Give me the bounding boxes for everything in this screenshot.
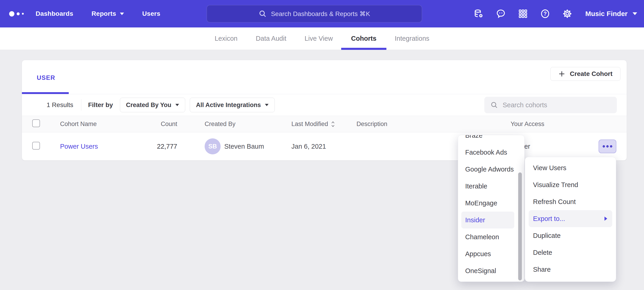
- active-tab-underline: [22, 92, 69, 94]
- row-actions-menu: View Users Visualize Trend Refresh Count…: [525, 157, 616, 282]
- avatar: SB: [204, 138, 220, 154]
- action-visualize-trend[interactable]: Visualize Trend: [525, 176, 616, 193]
- tab-user-cohorts[interactable]: USER: [37, 74, 55, 81]
- logo-dot-large: [9, 11, 14, 17]
- export-option-chameleon[interactable]: Chameleon: [458, 228, 524, 245]
- col-description: Description: [356, 120, 511, 128]
- results-count: 1 Results: [46, 101, 73, 109]
- created-by-filter-dropdown[interactable]: Created By You: [120, 98, 186, 112]
- action-delete[interactable]: Delete: [525, 244, 616, 261]
- export-option-insider[interactable]: Insider: [461, 212, 514, 228]
- project-name: Music Finder: [585, 10, 628, 18]
- filter-by-label: Filter by: [88, 101, 113, 109]
- nav-reports-label: Reports: [92, 10, 116, 17]
- users-subnav: Lexicon Data Audit Live View Cohorts Int…: [0, 28, 644, 50]
- search-icon: [490, 101, 498, 109]
- settings-gear-icon[interactable]: [562, 9, 572, 19]
- action-export-to[interactable]: Export to...: [529, 210, 612, 227]
- cohort-count: 22,777: [136, 143, 177, 150]
- submenu-arrow-icon: [604, 217, 607, 221]
- tab-live-view[interactable]: Live View: [304, 28, 334, 50]
- top-nav: Dashboards Reports Users Search Dashboar…: [0, 0, 644, 28]
- cohort-search-box[interactable]: [484, 97, 617, 113]
- logo-dot-small: [22, 13, 24, 15]
- export-option-moengage[interactable]: MoEngage: [458, 195, 524, 212]
- col-cohort-name: Cohort Name: [60, 120, 136, 128]
- export-option-onesignal[interactable]: OneSignal: [458, 262, 524, 279]
- action-share[interactable]: Share: [525, 261, 616, 278]
- col-last-modified[interactable]: Last Modified: [292, 120, 356, 128]
- cohorts-panel: USER Create Cohort 1 Results Filter by C…: [22, 60, 627, 161]
- dot-icon: [606, 145, 608, 148]
- row-actions-button[interactable]: [598, 139, 616, 153]
- project-switcher[interactable]: Music Finder: [585, 10, 637, 18]
- create-cohort-label: Create Cohort: [570, 70, 612, 78]
- chevron-down-icon: [176, 104, 179, 106]
- row-checkbox[interactable]: [32, 142, 40, 150]
- col-last-modified-label: Last Modified: [292, 120, 328, 128]
- created-by-cell: SB Steven Baum: [204, 138, 292, 154]
- global-search-placeholder: Search Dashboards & Reports ⌘K: [271, 10, 370, 18]
- sort-icon: [330, 121, 336, 128]
- create-cohort-button[interactable]: Create Cohort: [550, 67, 620, 81]
- feedback-icon[interactable]: [496, 9, 506, 19]
- col-your-access: Your Access: [511, 120, 598, 128]
- action-export-to-label: Export to...: [533, 215, 565, 223]
- divider: [81, 99, 81, 111]
- nav-users[interactable]: Users: [142, 10, 160, 17]
- export-option-facebook-ads[interactable]: Facebook Ads: [458, 144, 524, 161]
- export-option-google-adwords[interactable]: Google Adwords: [458, 161, 524, 178]
- dot-icon: [603, 145, 605, 148]
- table-row: Power Users 22,777 SB Steven Baum Jan 6,…: [22, 132, 627, 160]
- action-view-users[interactable]: View Users: [525, 160, 616, 176]
- nav-reports[interactable]: Reports: [92, 10, 124, 17]
- tab-integrations[interactable]: Integrations: [394, 28, 430, 50]
- action-duplicate[interactable]: Duplicate: [525, 227, 616, 244]
- cohort-search-input[interactable]: [503, 101, 608, 109]
- select-all-checkbox[interactable]: [32, 119, 40, 127]
- integrations-filter-dropdown[interactable]: All Active Integrations: [190, 98, 275, 112]
- export-option-appcues[interactable]: Appcues: [458, 245, 524, 262]
- action-refresh-count[interactable]: Refresh Count: [525, 193, 616, 210]
- filter-bar: 1 Results Filter by Created By You All A…: [22, 94, 627, 116]
- tab-lexicon[interactable]: Lexicon: [214, 28, 238, 50]
- chevron-down-icon: [120, 13, 124, 15]
- created-by-filter-value: Created By You: [126, 101, 172, 109]
- logo-dot-medium: [17, 12, 20, 15]
- menu-scrollbar-thumb[interactable]: [518, 173, 522, 280]
- col-count: Count: [136, 120, 177, 128]
- created-by-name: Steven Baum: [224, 143, 264, 150]
- tab-data-audit[interactable]: Data Audit: [255, 28, 287, 50]
- export-option-iterable[interactable]: Iterable: [458, 178, 524, 195]
- table-header: Cohort Name Count Created By Last Modifi…: [22, 116, 627, 132]
- search-icon: [258, 10, 267, 18]
- tab-cohorts[interactable]: Cohorts: [350, 28, 377, 50]
- chevron-down-icon: [632, 12, 637, 15]
- help-icon[interactable]: ?: [540, 9, 550, 19]
- col-created-by: Created By: [204, 120, 292, 128]
- export-targets-menu: Braze Facebook Ads Google Adwords Iterab…: [458, 135, 524, 282]
- global-search-input[interactable]: Search Dashboards & Reports ⌘K: [207, 5, 422, 22]
- apps-grid-icon[interactable]: [518, 9, 528, 19]
- cohort-name-link[interactable]: Power Users: [60, 143, 136, 150]
- cohort-type-tabs: USER Create Cohort: [22, 60, 627, 94]
- plus-icon: [558, 70, 565, 77]
- data-management-icon[interactable]: [474, 9, 484, 19]
- export-option-braze[interactable]: Braze: [458, 135, 524, 144]
- chevron-down-icon: [265, 104, 268, 106]
- last-modified-value: Jan 6, 2021: [292, 143, 356, 150]
- nav-dashboards[interactable]: Dashboards: [36, 10, 73, 17]
- nav-right-cluster: ? Music Finder: [462, 0, 637, 28]
- svg-text:?: ?: [544, 11, 547, 17]
- integrations-filter-value: All Active Integrations: [196, 101, 261, 109]
- dot-icon: [610, 145, 612, 148]
- mixpanel-logo[interactable]: [9, 11, 24, 17]
